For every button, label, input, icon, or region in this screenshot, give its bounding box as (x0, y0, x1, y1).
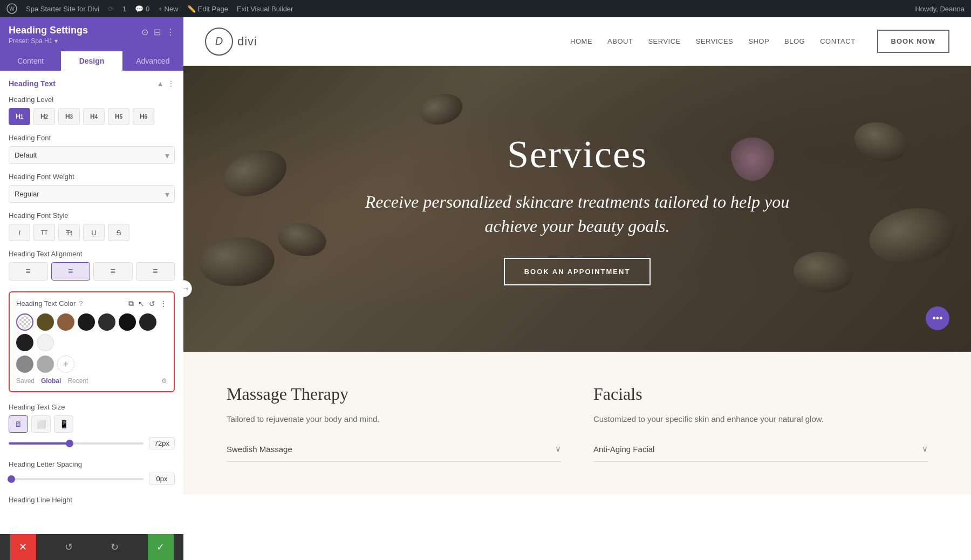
mobile-icon[interactable]: 📱 (54, 415, 73, 433)
heading-font-select[interactable]: Default (9, 146, 175, 164)
swatch-black4[interactable] (139, 313, 156, 331)
sidebar-header: Heading Settings Preset: Spa H1 ▾ ⊙ ⊟ ⋮ (0, 17, 183, 51)
copy-icon[interactable]: ⧉ (128, 299, 134, 308)
sidebar-preset[interactable]: Preset: Spa H1 ▾ (9, 37, 88, 45)
menu-item-shop[interactable]: SHOP (748, 37, 769, 45)
h4-button[interactable]: H4 (83, 108, 105, 125)
swatch-gray1[interactable] (16, 356, 33, 373)
menu-item-services[interactable]: SERVICES (696, 37, 734, 45)
menu-item-contact[interactable]: CONTACT (820, 37, 855, 45)
book-now-nav-button[interactable]: BOOK NOW (877, 30, 949, 53)
swatch-brown[interactable] (57, 313, 74, 331)
menu-item-home[interactable]: HOME (570, 37, 592, 45)
help-icon[interactable]: ? (79, 299, 83, 308)
strikethrough2-button[interactable]: S (108, 224, 129, 241)
text-size-slider: 72px (9, 437, 175, 449)
menu-item-blog[interactable]: BLOG (784, 37, 805, 45)
tablet-icon[interactable]: ⬜ (31, 415, 51, 433)
align-center-button[interactable]: ≡ (51, 262, 91, 281)
more-icon[interactable]: ⋮ (166, 27, 175, 37)
desktop-icon[interactable]: 🖥 (9, 415, 28, 433)
align-right-button[interactable]: ≡ (93, 262, 133, 281)
saved-tab[interactable]: Saved (16, 377, 35, 385)
h1-button[interactable]: H1 (9, 108, 30, 125)
h2-button[interactable]: H2 (33, 108, 55, 125)
align-justify-button[interactable]: ≡ (136, 262, 175, 281)
collapse-icon[interactable]: ▲ (156, 79, 164, 88)
swatch-olive[interactable] (37, 313, 54, 331)
section-more-icon[interactable]: ⋮ (167, 79, 175, 88)
main-layout: Heading Settings Preset: Spa H1 ▾ ⊙ ⊟ ⋮ … (0, 17, 971, 560)
columns-icon[interactable]: ⊟ (154, 27, 161, 37)
swatch-black2[interactable] (98, 313, 115, 331)
save-button[interactable]: ✓ (148, 534, 174, 560)
chevron-down-icon: ∨ (555, 444, 561, 454)
section-title: Heading Text (9, 79, 56, 88)
h3-button[interactable]: H3 (58, 108, 80, 125)
recent-tab[interactable]: Recent (67, 377, 88, 385)
facials-desc: Customized to your specific skin and enh… (593, 413, 928, 426)
color-settings-icon[interactable]: ⚙ (161, 377, 167, 385)
transparent-swatch[interactable] (16, 313, 33, 331)
edit-page-button[interactable]: ✏️ Edit Page (187, 5, 228, 13)
swatch-black1[interactable] (78, 313, 95, 331)
menu-item-service[interactable]: SERVICE (648, 37, 680, 45)
color-label: Heading Text Color (16, 299, 76, 308)
color-more-icon[interactable]: ⋮ (160, 299, 167, 308)
settings-icon[interactable]: ⊙ (141, 27, 148, 37)
color-tabs: Saved Global Recent ⚙ (16, 377, 167, 385)
divi-logo[interactable]: D divi (205, 28, 257, 56)
service-item-facials: Facials Customized to your specific skin… (593, 384, 928, 462)
comment-count[interactable]: 💬 0 (135, 5, 149, 13)
align-left-button[interactable]: ≡ (9, 262, 48, 281)
service-entry-swedish[interactable]: Swedish Massage ∨ (227, 436, 561, 462)
heading-text-size-label: Heading Text Size (9, 403, 175, 411)
add-swatch[interactable]: + (57, 356, 74, 373)
cancel-button[interactable]: ✕ (10, 534, 36, 560)
undo-button[interactable]: ↺ (56, 534, 82, 560)
heading-text-size-section: Heading Text Size 🖥 ⬜ 📱 72px (9, 403, 175, 449)
swatch-black5[interactable] (16, 334, 33, 351)
tab-content[interactable]: Content (0, 51, 61, 71)
italic-button[interactable]: I (9, 224, 30, 241)
swatch-gray2[interactable] (37, 356, 54, 373)
text-size-value[interactable]: 72px (149, 437, 175, 449)
underline-button[interactable]: U (83, 224, 105, 241)
tt-button[interactable]: TT (33, 224, 55, 241)
heading-letter-spacing-label: Heading Letter Spacing (9, 460, 175, 468)
h6-button[interactable]: H6 (133, 108, 154, 125)
tab-design[interactable]: Design (61, 51, 122, 71)
h5-button[interactable]: H5 (108, 108, 129, 125)
book-appointment-button[interactable]: BOOK AN APPOINTMENT (504, 258, 651, 285)
service-entry-antiaging[interactable]: Anti-Aging Facial ∨ (593, 436, 928, 462)
strikethrough-button[interactable]: Tt (58, 224, 80, 241)
hero-title: Services (356, 132, 798, 177)
new-button[interactable]: + New (158, 5, 178, 13)
wordpress-icon: W (6, 3, 17, 14)
floating-menu-button[interactable]: ••• (926, 306, 949, 330)
tab-advanced[interactable]: Advanced (122, 51, 183, 71)
heading-levels: H1 H2 H3 H4 H5 H6 (9, 108, 175, 125)
logo-text: divi (237, 35, 257, 49)
cursor-icon[interactable]: ↖ (138, 299, 145, 308)
global-tab[interactable]: Global (41, 377, 61, 385)
heading-font-weight-select[interactable]: Regular (9, 185, 175, 203)
facials-title: Facials (593, 384, 928, 404)
site-title[interactable]: Spa Starter Site for Divi (26, 5, 99, 13)
letter-spacing-value[interactable]: 0px (149, 473, 175, 485)
svg-text:W: W (9, 6, 15, 12)
services-section: Massage Therapy Tailored to rejuvenate y… (183, 352, 971, 494)
divi-nav: D divi HOME ABOUT SERVICE SERVICES SHOP … (183, 17, 971, 66)
exit-builder-button[interactable]: Exit Visual Builder (237, 5, 293, 13)
swatch-black3[interactable] (119, 313, 136, 331)
letter-spacing-thumb[interactable] (8, 475, 15, 483)
content-area: ⟷ D divi HOME ABOUT SERVICE SERVICES SHO… (183, 17, 971, 560)
swatch-light-transparent[interactable] (37, 334, 54, 351)
reset-icon[interactable]: ↺ (149, 299, 155, 308)
redo-button[interactable]: ↻ (102, 534, 128, 560)
text-size-thumb[interactable] (66, 440, 73, 447)
update-count[interactable]: 1 (122, 5, 126, 13)
divi-menu: HOME ABOUT SERVICE SERVICES SHOP BLOG CO… (570, 37, 856, 45)
massage-desc: Tailored to rejuvenate your body and min… (227, 413, 561, 426)
menu-item-about[interactable]: ABOUT (607, 37, 633, 45)
